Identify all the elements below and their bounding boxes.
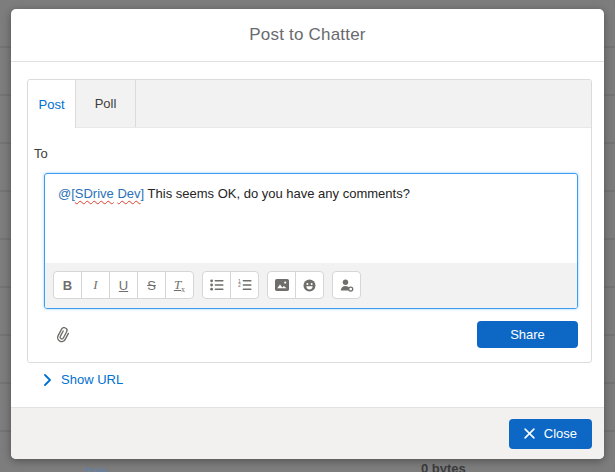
svg-text:2: 2	[238, 282, 241, 288]
mention-word-1: SDrive	[75, 186, 114, 201]
insert-image-button[interactable]	[267, 271, 296, 299]
tab-poll[interactable]: Poll	[76, 80, 136, 127]
paperclip-icon	[53, 324, 73, 345]
list-group: 12	[202, 271, 259, 299]
image-icon	[275, 279, 289, 291]
mention-user-button[interactable]	[332, 271, 361, 299]
mention-group	[332, 271, 361, 299]
message-editor: @[SDrive Dev] This seems OK, do you have…	[44, 173, 578, 309]
modal-header: Post to Chatter	[11, 9, 604, 62]
bg-file-size: 0 bytes	[421, 461, 466, 472]
chatter-card: Post Poll To @[SDrive Dev] This seems OK…	[27, 79, 592, 363]
chevron-right-icon	[44, 374, 52, 386]
post-to-chatter-modal: Post to Chatter Post Poll To @[SDrive De…	[11, 9, 604, 459]
format-toolbar: B I U S Tx 12	[45, 263, 577, 308]
bullet-list-button[interactable]	[202, 271, 231, 299]
bold-icon: B	[63, 278, 72, 293]
share-button[interactable]: Share	[477, 321, 578, 348]
close-label: Close	[544, 426, 577, 441]
tab-post[interactable]: Post	[28, 80, 76, 128]
numbered-list-button[interactable]: 12	[230, 271, 259, 299]
tab-bar: Post Poll	[28, 80, 591, 128]
underline-icon: U	[119, 278, 128, 293]
message-text: This seems OK, do you have any comments?	[144, 186, 410, 201]
modal-title: Post to Chatter	[249, 25, 365, 45]
clear-formatting-icon: Tx	[174, 277, 185, 294]
italic-button[interactable]: I	[81, 271, 110, 299]
close-button[interactable]: Close	[509, 419, 592, 449]
show-url-label: Show URL	[61, 372, 123, 387]
strikethrough-button[interactable]: S	[137, 271, 166, 299]
close-icon	[524, 428, 535, 439]
modal-body: Post Poll To @[SDrive Dev] This seems OK…	[11, 62, 604, 407]
italic-icon: I	[93, 277, 97, 293]
emoji-button[interactable]	[295, 271, 324, 299]
add-user-icon	[340, 279, 354, 292]
modal-footer: Close	[11, 407, 604, 459]
show-url-toggle[interactable]: Show URL	[44, 372, 123, 387]
text-style-group: B I U S Tx	[53, 271, 194, 299]
attach-file-button[interactable]	[56, 327, 70, 343]
bullet-list-icon	[210, 279, 224, 291]
mention-word-2: Dev	[117, 186, 140, 201]
mention-prefix: @[	[58, 186, 75, 201]
clear-formatting-button[interactable]: Tx	[165, 271, 194, 299]
numbered-list-icon: 12	[238, 279, 252, 291]
media-group	[267, 271, 324, 299]
message-input[interactable]: @[SDrive Dev] This seems OK, do you have…	[45, 174, 577, 263]
bold-button[interactable]: B	[53, 271, 82, 299]
to-label: To	[34, 146, 591, 161]
emoji-icon	[303, 279, 316, 292]
underline-button[interactable]: U	[109, 271, 138, 299]
mention-link[interactable]: @[SDrive Dev]	[58, 186, 144, 201]
bg-file-name: tree	[84, 463, 108, 472]
strikethrough-icon: S	[147, 278, 156, 293]
editor-actions-row: Share	[44, 321, 578, 348]
